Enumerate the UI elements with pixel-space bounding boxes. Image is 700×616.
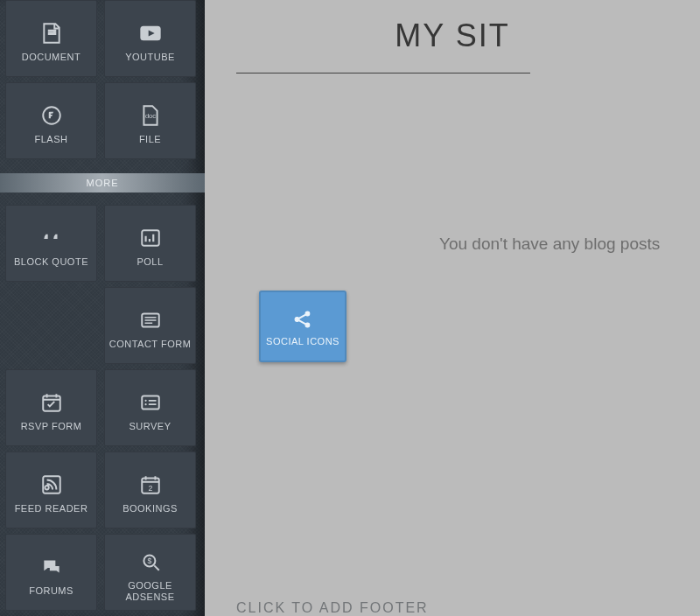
item-label: SURVEY [129, 417, 171, 432]
quote-icon [40, 223, 63, 253]
youtube-icon [138, 18, 163, 48]
feed-icon [40, 470, 63, 500]
document-icon [40, 18, 63, 48]
survey-item[interactable]: SURVEY [104, 369, 196, 446]
rsvp-icon [40, 388, 63, 417]
social-icons-item-dragging[interactable]: SOCIAL ICONS [259, 290, 346, 362]
document-item[interactable]: DOCUMENT [5, 0, 97, 77]
item-label: POLL [136, 253, 163, 268]
item-label: SOCIAL ICONS [266, 332, 340, 346]
poll-item[interactable]: POLL [104, 205, 196, 282]
item-label: YOUTUBE [125, 48, 175, 63]
item-label: DOCUMENT [22, 48, 81, 63]
item-label: FILE [139, 130, 161, 145]
flash-icon [40, 101, 63, 130]
more-section-header: MORE [0, 173, 205, 192]
divider [236, 73, 530, 74]
block-quote-item[interactable]: BLOCK QUOTE [5, 205, 97, 282]
item-label: BLOCK QUOTE [14, 253, 88, 268]
item-label: FEED READER [15, 500, 88, 514]
file-icon [139, 101, 162, 130]
poll-icon [139, 223, 162, 253]
adsense-icon [139, 547, 162, 577]
feed-reader-item[interactable]: FEED READER [5, 452, 97, 528]
contact-form-item[interactable]: CONTACT FORM [104, 287, 196, 364]
forums-item[interactable]: FORUMS [5, 534, 97, 611]
item-label: FLASH [35, 130, 68, 145]
file-item[interactable]: FILE [104, 82, 196, 159]
item-label: GOOGLE ADSENSE [104, 577, 196, 603]
item-label: CONTACT FORM [109, 335, 192, 350]
survey-icon [139, 388, 162, 417]
item-label: FORUMS [29, 582, 74, 597]
item-label: BOOKINGS [122, 500, 178, 514]
rsvp-form-item[interactable]: RSVP FORM [5, 369, 97, 446]
contact-form-icon [139, 305, 162, 335]
item-label: RSVP FORM [21, 417, 82, 432]
google-adsense-item[interactable]: GOOGLE ADSENSE [104, 534, 196, 611]
forums-icon [40, 552, 63, 582]
share-icon [291, 306, 314, 332]
empty-blog-message: You don't have any blog posts [439, 234, 660, 254]
flash-item[interactable]: FLASH [5, 82, 97, 159]
bookings-item[interactable]: BOOKINGS [104, 452, 196, 528]
youtube-item[interactable]: YOUTUBE [104, 0, 196, 77]
footer-placeholder[interactable]: CLICK TO ADD FOOTER [236, 600, 429, 616]
bookings-icon [139, 470, 162, 500]
elements-sidebar: DOCUMENT YOUTUBE FLASH FILE MORE BLOCK Q… [0, 0, 205, 616]
site-title[interactable]: MY SIT [205, 18, 700, 54]
